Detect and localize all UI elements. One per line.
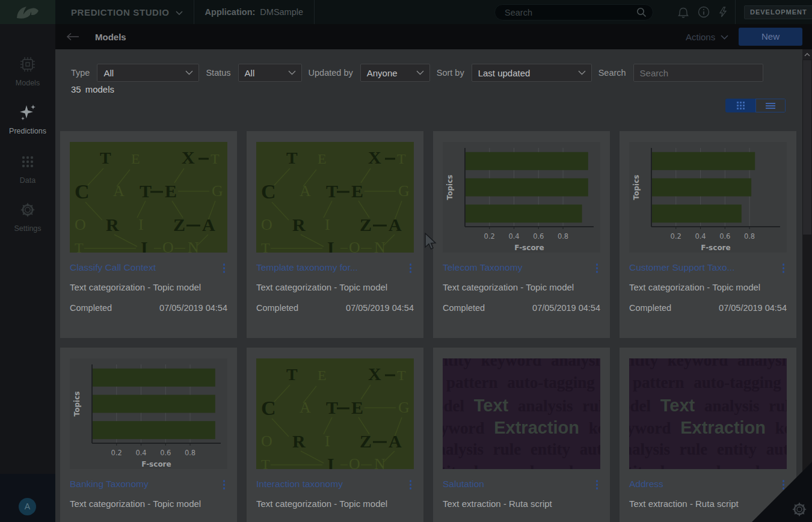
model-card[interactable]: TEXTCATEGORIZATION Template taxonomy for… (247, 131, 423, 338)
svg-text:0.4: 0.4 (695, 232, 706, 241)
model-subtitle: Text extraction - Ruta script (629, 499, 787, 509)
model-title-link[interactable]: Salutation (443, 479, 484, 490)
scrollbar-thumb[interactable] (803, 60, 811, 235)
kebab-menu-icon[interactable] (407, 479, 414, 491)
svg-text:Z: Z (360, 431, 372, 451)
scrollbar-up-arrow[interactable] (802, 49, 812, 60)
svg-text:0.6: 0.6 (160, 449, 171, 457)
model-preview: ntity keyword analysipattern auto-taggin… (443, 358, 600, 469)
model-status: Completed (256, 303, 298, 313)
model-count: 35models (71, 84, 114, 94)
svg-text:O: O (75, 216, 86, 233)
pega-logo[interactable] (0, 0, 55, 24)
list-view-button[interactable] (755, 99, 786, 112)
gear-icon (19, 201, 37, 219)
model-card[interactable]: TEXTCATEGORIZATION Interaction taxonomy … (247, 348, 423, 522)
sidebar-item-settings[interactable]: Settings (0, 201, 55, 233)
top-bar: PREDICTION STUDIO Application: DMSample (0, 0, 812, 24)
type-filter-select[interactable]: All (97, 64, 199, 82)
vertical-scrollbar[interactable] (802, 49, 812, 522)
svg-text:I: I (138, 216, 144, 233)
svg-text:N: N (374, 239, 386, 253)
model-card[interactable]: 0.20.40.60.8F-scoreTopics Banking Taxono… (60, 348, 237, 522)
wordcloud-row: nalysis rule entity aut (629, 440, 787, 459)
gear-icon[interactable] (790, 500, 808, 518)
actions-menu-button[interactable]: Actions (686, 24, 728, 49)
kebab-menu-icon[interactable] (594, 479, 601, 491)
svg-text:T: T (75, 240, 84, 253)
model-card[interactable]: ntity keyword analysipattern auto-taggin… (620, 348, 796, 522)
svg-text:X: X (368, 147, 381, 167)
svg-text:I: I (141, 238, 148, 253)
status-filter-label: Status (206, 68, 230, 78)
notifications-bell-icon[interactable] (677, 5, 689, 19)
chevron-down-icon (578, 70, 586, 75)
model-preview: 0.20.40.60.8F-scoreTopics (443, 142, 600, 253)
sidebar-item-models[interactable]: Models (0, 55, 55, 88)
svg-text:I: I (325, 432, 330, 450)
model-title-link[interactable]: Template taxonomy for... (256, 262, 358, 273)
kebab-menu-icon[interactable] (221, 479, 228, 491)
models-search-input[interactable] (633, 64, 763, 82)
svg-text:T: T (211, 151, 220, 167)
svg-text:C: C (261, 180, 276, 203)
model-card[interactable]: ntity keyword analysipattern auto-taggin… (433, 348, 610, 522)
environment-badge: DEVELOPMENT (744, 5, 812, 19)
model-card[interactable]: 0.20.40.60.8F-scoreTopics Telecom Taxono… (433, 131, 610, 338)
model-card[interactable]: 0.20.40.60.8F-scoreTopics Customer Suppo… (620, 131, 796, 338)
svg-text:T: T (261, 456, 270, 469)
svg-text:Z: Z (360, 215, 372, 235)
model-preview: ntity keyword analysipattern auto-taggin… (629, 358, 787, 469)
new-model-button[interactable]: New (739, 28, 802, 46)
chevron-down-icon (288, 70, 296, 75)
sidebar-item-data[interactable]: Data (0, 153, 55, 185)
svg-text:C: C (261, 397, 276, 419)
avatar[interactable]: A (19, 498, 36, 515)
svg-text:I: I (327, 454, 334, 469)
view-mode-toggle (725, 99, 786, 112)
model-title-link[interactable]: Address (629, 479, 663, 490)
application-value: DMSample (260, 7, 303, 17)
svg-text:T: T (286, 149, 298, 167)
search-icon[interactable] (636, 7, 647, 17)
model-updated: 07/05/2019 04:54 (159, 303, 227, 313)
chevron-down-icon[interactable] (176, 11, 183, 15)
svg-text:A: A (389, 431, 402, 451)
model-title-link[interactable]: Telecom Taxonomy (443, 262, 522, 273)
kebab-menu-icon[interactable] (407, 262, 414, 274)
model-title-link[interactable]: Classify Call Context (70, 262, 156, 273)
divider (194, 0, 194, 24)
model-title-link[interactable]: Customer Support Taxo... (629, 262, 734, 273)
page-header: Models Actions New (55, 24, 812, 49)
actions-label: Actions (686, 32, 715, 42)
svg-text:T: T (140, 181, 152, 201)
svg-text:Z: Z (173, 215, 185, 235)
svg-text:E: E (318, 367, 327, 383)
model-title-link[interactable]: Banking Taxonomy (70, 479, 149, 490)
grid-view-button[interactable] (725, 99, 755, 112)
svg-text:T: T (286, 365, 298, 384)
global-search-input[interactable] (505, 8, 636, 17)
back-arrow-icon[interactable] (66, 32, 79, 41)
svg-text:R: R (106, 215, 119, 235)
studio-title[interactable]: PREDICTION STUDIO (71, 7, 170, 17)
model-title-link[interactable]: Interaction taxonomy (256, 479, 343, 490)
svg-text:O: O (261, 216, 272, 233)
updatedby-filter-select[interactable]: Anyone (360, 64, 430, 82)
info-icon[interactable] (697, 5, 710, 19)
sidebar-label-predictions: Predictions (9, 127, 46, 135)
model-card[interactable]: TEXTCATEGORIZATION Classify Call Context… (60, 131, 237, 338)
svg-text:T: T (397, 367, 406, 383)
sortby-filter-select[interactable]: Last updated (472, 64, 592, 82)
kebab-menu-icon[interactable] (221, 262, 228, 274)
chip-icon (19, 55, 37, 73)
kebab-menu-icon[interactable] (780, 262, 787, 274)
kebab-menu-icon[interactable] (594, 262, 601, 274)
divider (735, 0, 736, 24)
svg-text:F-score: F-score (514, 244, 544, 252)
sidebar-item-predictions[interactable]: Predictions (0, 103, 55, 136)
lightning-bolt-icon[interactable] (718, 5, 728, 19)
svg-text:0.6: 0.6 (719, 232, 730, 241)
global-search[interactable] (494, 4, 653, 20)
status-filter-select[interactable]: All (238, 64, 302, 82)
